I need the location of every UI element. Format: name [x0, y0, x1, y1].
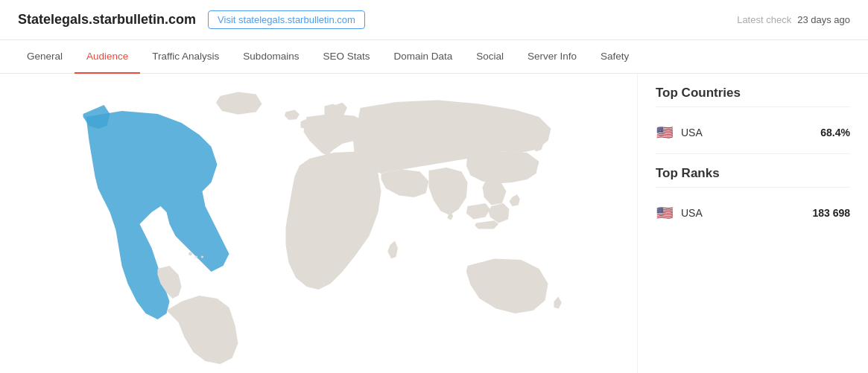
- country-left-usa: 🇺🇸 USA: [656, 127, 703, 138]
- main-content: Top Countries 🇺🇸 USA 68.4% Top Ranks 🇺🇸 …: [0, 74, 868, 373]
- tab-domain[interactable]: Domain Data: [381, 40, 464, 74]
- header: Statelegals.starbulletin.com Visit state…: [0, 0, 868, 40]
- top-countries-title: Top Countries: [656, 86, 850, 107]
- tab-general[interactable]: General: [15, 40, 75, 74]
- site-title: Statelegals.starbulletin.com: [18, 12, 196, 28]
- latest-check-value: 23 days ago: [797, 14, 850, 25]
- tab-seo[interactable]: SEO Stats: [311, 40, 381, 74]
- rank-country-name-usa: USA: [681, 207, 703, 219]
- map-area: [0, 74, 637, 373]
- world-map-svg: [12, 81, 625, 373]
- header-left: Statelegals.starbulletin.com Visit state…: [18, 10, 365, 29]
- top-rank-item-usa: 🇺🇸 USA 183 698: [656, 200, 850, 226]
- world-map-container: [12, 81, 625, 373]
- tab-social[interactable]: Social: [464, 40, 516, 74]
- header-right: Latest check 23 days ago: [737, 14, 850, 25]
- svg-point-2: [195, 255, 197, 258]
- tab-subdomains[interactable]: Subdomains: [231, 40, 311, 74]
- visit-site-button[interactable]: Visit statelegals.starbulletin.com: [208, 10, 365, 29]
- rank-country-left-usa: 🇺🇸 USA: [656, 207, 703, 219]
- rank-country-value-usa: 183 698: [812, 207, 850, 219]
- svg-point-3: [201, 255, 203, 258]
- top-ranks-title: Top Ranks: [656, 166, 850, 188]
- right-panel: Top Countries 🇺🇸 USA 68.4% Top Ranks 🇺🇸 …: [637, 74, 868, 373]
- usa-flag-icon: 🇺🇸: [656, 127, 674, 138]
- tab-audience[interactable]: Audience: [75, 40, 140, 74]
- svg-point-1: [189, 252, 192, 256]
- top-country-item-usa: 🇺🇸 USA 68.4%: [656, 119, 850, 146]
- top-country-name-usa: USA: [681, 127, 703, 138]
- tab-server[interactable]: Server Info: [516, 40, 589, 74]
- nav-tabs: General Audience Traffic Analysis Subdom…: [0, 40, 868, 74]
- latest-check-label: Latest check: [737, 14, 791, 25]
- top-country-value-usa: 68.4%: [820, 127, 850, 138]
- tab-traffic[interactable]: Traffic Analysis: [140, 40, 231, 74]
- rank-usa-flag-icon: 🇺🇸: [656, 207, 674, 219]
- tab-safety[interactable]: Safety: [589, 40, 641, 74]
- section-divider: [656, 153, 850, 154]
